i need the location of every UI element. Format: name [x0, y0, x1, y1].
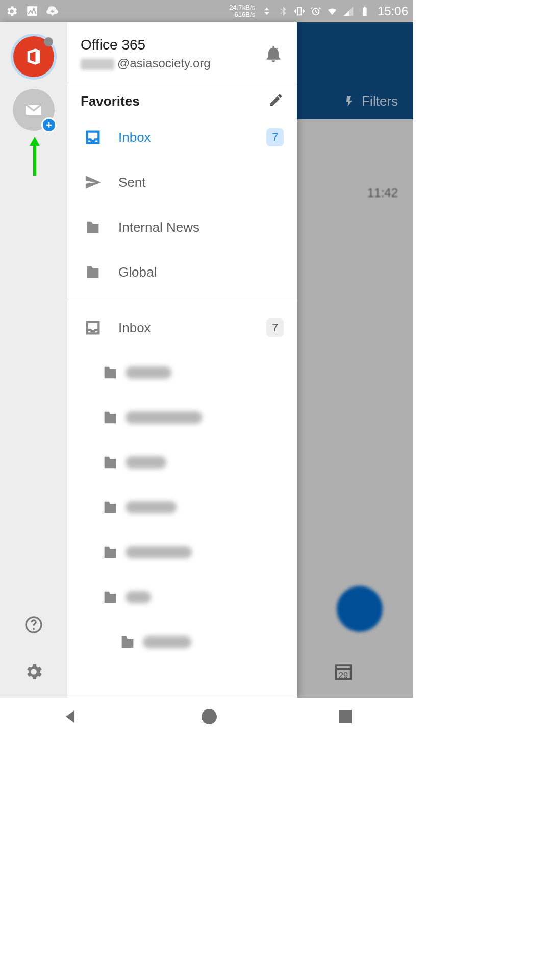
subfolder-0[interactable]: [67, 350, 297, 395]
folder-icon: [78, 263, 108, 281]
mail-icon: [23, 100, 44, 120]
folder-panel: Office 365 @asiasociety.org z Favorites …: [67, 22, 297, 698]
account-title: Office 365: [81, 37, 263, 53]
overview-button[interactable]: [339, 710, 352, 723]
battery-icon: [359, 6, 370, 17]
send-icon: [78, 174, 108, 191]
folder-icon: [95, 454, 126, 471]
favorite-sent[interactable]: Sent: [67, 160, 297, 205]
subsubfolder-0[interactable]: [67, 620, 297, 665]
subfolder-1[interactable]: [67, 395, 297, 440]
account-office365[interactable]: [11, 34, 57, 80]
home-button[interactable]: [202, 709, 217, 724]
gear-icon: [5, 5, 18, 18]
count-badge: 7: [266, 318, 284, 337]
folder-icon: [95, 409, 126, 426]
folder-icon: [78, 218, 108, 236]
subfolder-4[interactable]: [67, 530, 297, 575]
gear-icon: [23, 662, 44, 682]
help-button[interactable]: [22, 614, 45, 636]
back-button[interactable]: [61, 707, 80, 726]
subfolder-3[interactable]: [67, 485, 297, 530]
annotation-arrow: [30, 137, 40, 176]
clock: 15:06: [378, 4, 408, 18]
updown-icon: [261, 6, 272, 17]
bluetooth-icon: [278, 6, 289, 17]
signal-icon: [343, 6, 354, 17]
svg-text:z: z: [275, 45, 278, 52]
folder-icon: [95, 364, 126, 381]
favorites-header: Favorites: [81, 93, 140, 109]
help-icon: [23, 615, 44, 635]
vibrate-icon: [294, 6, 305, 17]
count-badge: 7: [266, 128, 284, 146]
account-header[interactable]: Office 365 @asiasociety.org z: [67, 22, 297, 83]
alarm-icon: [310, 6, 321, 17]
svg-point-3: [33, 628, 35, 630]
wifi-icon: [327, 6, 338, 17]
add-account-button[interactable]: +: [13, 89, 55, 131]
system-navbar: [0, 698, 413, 735]
edit-favorites-button[interactable]: [268, 92, 284, 110]
favorite-global[interactable]: Global: [67, 250, 297, 295]
download-icon: [46, 5, 59, 18]
snooze-bell-icon[interactable]: z: [263, 43, 284, 64]
navigation-drawer: + Office 365 @asiasociety.org z Favorite…: [0, 22, 297, 698]
net-speed: 24.7kB/s 616B/s: [229, 4, 255, 18]
favorite-internal-news[interactable]: Internal News: [67, 205, 297, 250]
folder-inbox[interactable]: Inbox 7: [67, 305, 297, 350]
plus-icon: +: [41, 117, 57, 133]
folder-icon: [112, 633, 143, 651]
office-icon: [23, 46, 44, 67]
inbox-icon: [84, 319, 102, 336]
inbox-icon: [78, 129, 108, 146]
folder-icon: [95, 589, 126, 606]
subfolder-2[interactable]: [67, 440, 297, 485]
folder-icon: [95, 544, 126, 561]
folder-icon: [95, 499, 126, 516]
account-email: @asiasociety.org: [81, 56, 263, 70]
account-rail: +: [0, 22, 67, 698]
pencil-icon: [268, 92, 284, 108]
favorite-inbox[interactable]: Inbox7: [67, 115, 297, 160]
subfolder-5[interactable]: [67, 575, 297, 620]
settings-button[interactable]: [22, 660, 45, 683]
chart-icon: [26, 5, 39, 18]
status-bar: 24.7kB/s 616B/s 15:06: [0, 0, 413, 22]
